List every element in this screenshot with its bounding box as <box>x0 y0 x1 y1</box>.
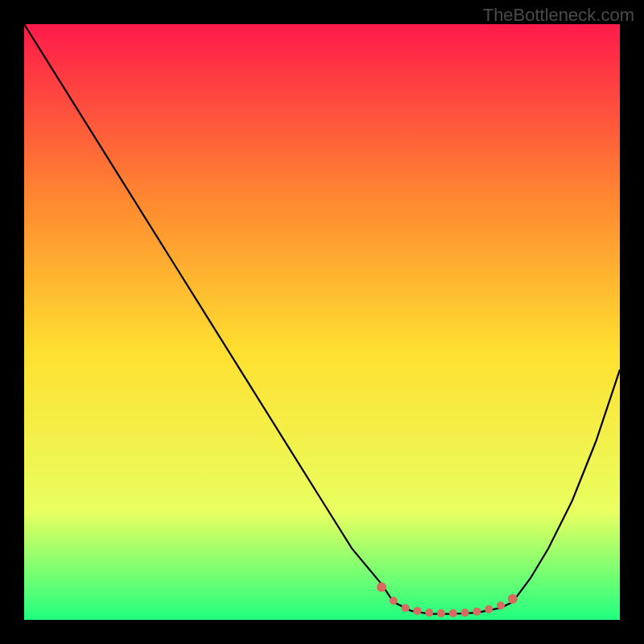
plot-area <box>24 24 620 620</box>
gradient-background <box>24 24 620 620</box>
marker-point <box>437 609 445 617</box>
marker-point <box>402 604 410 612</box>
marker-point <box>485 605 493 613</box>
marker-point <box>508 594 518 604</box>
marker-point <box>449 609 457 617</box>
chart-svg <box>24 24 620 620</box>
marker-point <box>413 607 421 615</box>
marker-point <box>390 597 398 605</box>
marker-point <box>461 609 469 617</box>
chart-container: TheBottleneck.com <box>0 0 644 644</box>
marker-point <box>497 601 505 609</box>
marker-point <box>425 609 433 617</box>
marker-point <box>473 608 481 616</box>
marker-point <box>377 582 386 592</box>
watermark-text: TheBottleneck.com <box>483 5 634 26</box>
